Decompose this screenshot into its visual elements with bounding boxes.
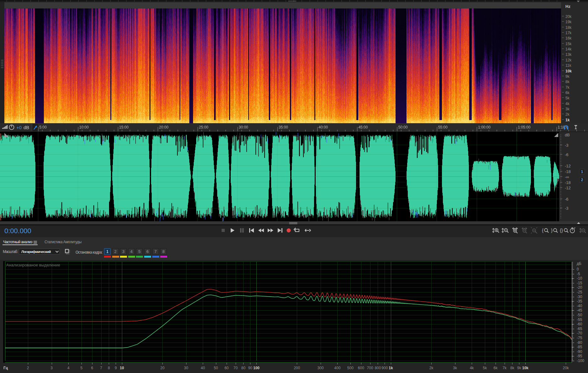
svg-text:{}: {}	[560, 228, 563, 233]
svg-text:{: {	[542, 228, 543, 233]
svg-text:}: }	[551, 228, 553, 233]
